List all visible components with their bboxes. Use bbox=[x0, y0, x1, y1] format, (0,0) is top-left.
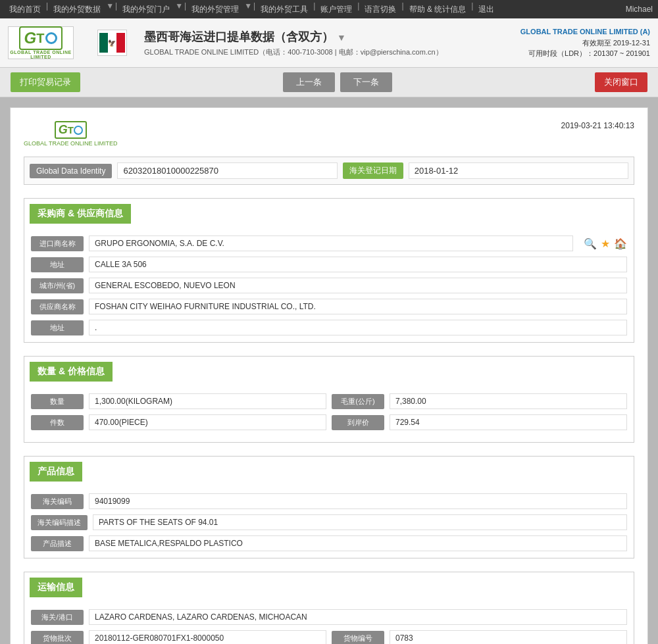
dropdown-icon[interactable]: ▼ bbox=[337, 32, 346, 43]
hs-desc-label: 海关编码描述 bbox=[31, 515, 88, 530]
record-company-name: GLOBAL TRADE ONLINE LIMITED bbox=[24, 140, 118, 147]
pieces-cif-row: 件数 470.00(PIECE) 到岸价 729.54 bbox=[31, 414, 627, 430]
hs-desc-row: 海关编码描述 PARTS OF THE SEATS OF 94.01 bbox=[31, 514, 627, 530]
nav-items: 我的首页 | 我的外贸数据 ▼ | 我的外贸门户 ▼ | 我的外贸管理 ▼ | … bbox=[5, 1, 498, 18]
ldr-info: 可用时段（LDR）：201307 ~ 201901 bbox=[520, 48, 650, 59]
supplier-address-row: 地址 . bbox=[31, 320, 627, 335]
flag-emblem: 🦅 bbox=[108, 39, 116, 47]
hs-code-row: 海关编码 94019099 bbox=[31, 493, 627, 509]
user-name: Michael bbox=[626, 5, 653, 14]
city-state-label: 城市/州(省) bbox=[31, 278, 84, 293]
customs-date-label: 海关登记日期 bbox=[343, 162, 403, 179]
quantity-weight-row: 数量 1,300.00(KILOGRAM) 毛重(公斤) 7,380.00 bbox=[31, 393, 627, 409]
record-gto-icon: G T bbox=[55, 121, 87, 139]
gross-weight-value: 7,380.00 bbox=[390, 393, 627, 409]
product-section: 产品信息 海关编码 94019099 海关编码描述 PARTS OF THE S… bbox=[24, 456, 634, 558]
shipping-title: 运输信息 bbox=[30, 578, 82, 597]
supplier-address-label: 地址 bbox=[31, 320, 84, 335]
product-desc-label: 产品描述 bbox=[31, 536, 84, 551]
quantity-price-title: 数量 & 价格信息 bbox=[30, 362, 113, 382]
nav-language[interactable]: 语言切换 bbox=[361, 1, 400, 18]
nav-account[interactable]: 账户管理 bbox=[316, 1, 356, 18]
top-navigation: 我的首页 | 我的外贸数据 ▼ | 我的外贸门户 ▼ | 我的外贸管理 ▼ | … bbox=[0, 0, 658, 18]
supplier-name-row: 供应商名称 FOSHAN CITY WEIHAO FURNITURE INDUS… bbox=[31, 299, 627, 314]
quantity-label: 数量 bbox=[31, 394, 84, 409]
company-name-link[interactable]: GLOBAL TRADE ONLINE LIMITED (A) bbox=[520, 26, 650, 37]
nav-help[interactable]: 帮助 & 统计信息 bbox=[405, 1, 470, 18]
supplier-address-value: . bbox=[89, 320, 627, 335]
batch-shipnum-row: 货物批次 20180112-GER080701FX1-8000050 货物编号 … bbox=[31, 630, 627, 644]
quantity-value: 1,300.00(KILOGRAM) bbox=[89, 393, 326, 409]
pieces-label: 件数 bbox=[31, 415, 84, 430]
buyer-supplier-title: 采购商 & 供应商信息 bbox=[30, 204, 131, 224]
record-card: G T GLOBAL TRADE ONLINE LIMITED 2019-03-… bbox=[10, 107, 648, 644]
print-area: 打印贸易记录 bbox=[11, 72, 80, 92]
main-content: G T GLOBAL TRADE ONLINE LIMITED 2019-03-… bbox=[0, 97, 658, 644]
record-datetime: 2019-03-21 13:40:13 bbox=[561, 121, 634, 130]
home-icon[interactable]: 🏠 bbox=[614, 237, 627, 250]
product-body: 海关编码 94019099 海关编码描述 PARTS OF THE SEATS … bbox=[24, 487, 634, 558]
batch-value: 20180112-GER080701FX1-8000050 bbox=[89, 630, 326, 644]
search-icon[interactable]: 🔍 bbox=[584, 237, 597, 250]
page-subtitle: GLOBAL TRADE ONLINE LIMITED（电话：400-710-3… bbox=[144, 47, 510, 57]
close-button-top[interactable]: 关闭窗口 bbox=[595, 72, 647, 92]
nav-buttons-top: 上一条 下一条 bbox=[283, 72, 392, 92]
mexico-flag: 🦅 bbox=[99, 33, 126, 53]
hs-desc-value: PARTS OF THE SEATS OF 94.01 bbox=[93, 514, 627, 530]
buyer-supplier-section: 采购商 & 供应商信息 进口商名称 GRUPO ERGONOMIA, S.A. … bbox=[24, 198, 634, 343]
customs-date-value: 2018-01-12 bbox=[409, 162, 628, 179]
star-icon[interactable]: ★ bbox=[601, 237, 610, 250]
importer-address-label: 地址 bbox=[31, 257, 84, 272]
page-title-area: 墨西哥海运进口提单数据（含双方） ▼ GLOBAL TRADE ONLINE L… bbox=[144, 29, 510, 57]
print-button-top[interactable]: 打印贸易记录 bbox=[11, 72, 80, 92]
global-data-identity-value: 620320180100002258​70 bbox=[117, 162, 337, 179]
batch-label: 货物批次 bbox=[31, 631, 84, 645]
cargo-num-label: 货物编号 bbox=[332, 631, 384, 645]
port-label: 海关/港口 bbox=[31, 610, 84, 625]
shipping-body: 海关/港口 LAZARO CARDENAS, LAZARO CARDENAS, … bbox=[24, 603, 634, 644]
cif-label: 到岸价 bbox=[332, 415, 384, 430]
nav-tools[interactable]: 我的外贸工具 bbox=[257, 1, 312, 18]
cargo-num-value: 0783 bbox=[390, 630, 627, 644]
importer-icons: 🔍 ★ 🏠 bbox=[584, 237, 627, 250]
buyer-supplier-body: 进口商名称 GRUPO ERGONOMIA, S.A. DE C.V. 🔍 ★ … bbox=[24, 229, 634, 342]
nav-management[interactable]: 我的外贸管理 bbox=[188, 1, 243, 18]
quantity-price-body: 数量 1,300.00(KILOGRAM) 毛重(公斤) 7,380.00 件数… bbox=[24, 387, 634, 442]
hs-code-value: 94019099 bbox=[89, 493, 627, 509]
identity-row: Global Data Identity 620320180100002258​… bbox=[24, 157, 634, 185]
importer-address-value: CALLE 3A 506 bbox=[89, 257, 627, 272]
close-area-top: 关闭窗口 bbox=[595, 72, 647, 92]
company-logo: G T GLOBAL TRADE ONLINE LIMITED bbox=[8, 26, 74, 59]
cif-value: 729.54 bbox=[390, 414, 627, 430]
nav-home[interactable]: 我的首页 bbox=[5, 1, 45, 18]
importer-address-row: 地址 CALLE 3A 506 bbox=[31, 257, 627, 272]
supplier-name-label: 供应商名称 bbox=[31, 299, 84, 314]
country-flag: 🦅 bbox=[97, 30, 127, 56]
top-action-bar: 打印贸易记录 上一条 下一条 关闭窗口 bbox=[0, 68, 658, 97]
logo-area: G T GLOBAL TRADE ONLINE LIMITED bbox=[8, 26, 74, 59]
header-bar: G T GLOBAL TRADE ONLINE LIMITED 🦅 墨西哥海运进… bbox=[0, 18, 658, 68]
city-state-row: 城市/州(省) GENERAL ESCOBEDO, NUEVO LEON bbox=[31, 278, 627, 293]
port-value: LAZARO CARDENAS, LAZARO CARDENAS, MICHOA… bbox=[89, 609, 627, 625]
shipping-section: 运输信息 海关/港口 LAZARO CARDENAS, LAZARO CARDE… bbox=[24, 572, 634, 644]
nav-portal[interactable]: 我的外贸门户 bbox=[118, 1, 174, 18]
product-desc-row: 产品描述 BASE METALICA,RESPALDO PLASTICO bbox=[31, 535, 627, 551]
city-state-value: GENERAL ESCOBEDO, NUEVO LEON bbox=[89, 278, 627, 293]
validity-info: 有效期至 2019-12-31 bbox=[520, 37, 650, 49]
next-button-top[interactable]: 下一条 bbox=[340, 72, 392, 92]
supplier-name-value: FOSHAN CITY WEIHAO FURNITURE INDUSTRIAL … bbox=[89, 299, 627, 314]
importer-name-row: 进口商名称 GRUPO ERGONOMIA, S.A. DE C.V. 🔍 ★ … bbox=[31, 235, 627, 251]
global-data-identity-label: Global Data Identity bbox=[30, 164, 112, 178]
hs-code-label: 海关编码 bbox=[31, 494, 84, 509]
quantity-price-section: 数量 & 价格信息 数量 1,300.00(KILOGRAM) 毛重(公斤) 7… bbox=[24, 356, 634, 443]
nav-logout[interactable]: 退出 bbox=[474, 1, 498, 18]
nav-trade-data[interactable]: 我的外贸数据 bbox=[49, 1, 105, 18]
product-desc-value: BASE METALICA,RESPALDO PLASTICO bbox=[89, 535, 627, 551]
prev-button-top[interactable]: 上一条 bbox=[283, 72, 335, 92]
gross-weight-label: 毛重(公斤) bbox=[332, 394, 384, 409]
company-info-top: GLOBAL TRADE ONLINE LIMITED (A) 有效期至 201… bbox=[520, 26, 650, 59]
port-row: 海关/港口 LAZARO CARDENAS, LAZARO CARDENAS, … bbox=[31, 609, 627, 625]
importer-name-label: 进口商名称 bbox=[31, 236, 84, 251]
importer-name-value: GRUPO ERGONOMIA, S.A. DE C.V. bbox=[89, 235, 573, 251]
page-title: 墨西哥海运进口提单数据（含双方） ▼ bbox=[144, 29, 510, 45]
